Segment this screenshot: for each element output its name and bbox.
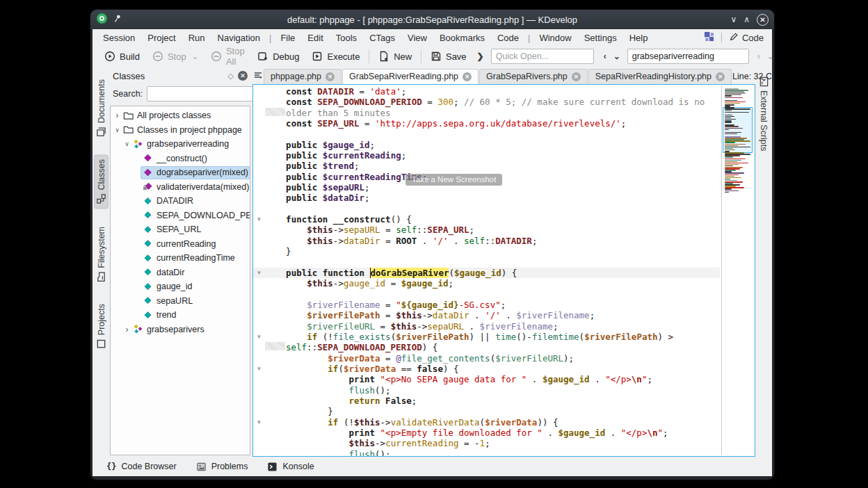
sidebar-tab-documents[interactable]: Documents bbox=[95, 75, 108, 141]
menu-item-bookmarks[interactable]: Bookmarks bbox=[433, 31, 491, 44]
tab-close-icon[interactable]: ✕ bbox=[572, 72, 581, 81]
sidebar-tab-external-scripts[interactable]: External Scripts bbox=[757, 72, 771, 156]
search-prev-chevron[interactable]: ‹ bbox=[601, 51, 609, 61]
menu-item-project[interactable]: Project bbox=[141, 31, 182, 44]
editor-tab-phppage-php[interactable]: phppage.php✕ bbox=[264, 69, 341, 84]
menu-item-help[interactable]: Help bbox=[623, 31, 654, 44]
fold-arrow-icon[interactable]: ▼ bbox=[253, 417, 265, 428]
code-area-button[interactable]: Code bbox=[729, 32, 764, 44]
tree-expander-icon[interactable]: ∨ bbox=[113, 127, 122, 133]
tree-row[interactable]: __construct() bbox=[111, 152, 250, 166]
menu-item-window[interactable]: Window bbox=[533, 31, 577, 44]
editor-tab-separiverreadinghistory-php[interactable]: SepaRiverReadingHistory.php✕ bbox=[588, 69, 732, 84]
code-line[interactable]: return False; bbox=[253, 396, 720, 406]
code-line[interactable]: $this->dataDir = ROOT . '/' . self::DATA… bbox=[253, 236, 720, 246]
quick-open-input[interactable] bbox=[491, 49, 594, 64]
fold-arrow-icon[interactable]: ▼ bbox=[253, 332, 265, 342]
document-list-icon[interactable] bbox=[252, 70, 264, 84]
code-line[interactable]: self::SEPA_DOWNLOAD_PERIOD) { bbox=[253, 342, 720, 352]
tree-row[interactable]: SEPA_URL bbox=[111, 222, 250, 237]
code-line[interactable]: print "<p>Empty file downloaded for " . … bbox=[253, 428, 720, 438]
code-line[interactable]: ▼ function __construct() { bbox=[253, 214, 720, 225]
code-line[interactable]: } bbox=[253, 406, 720, 416]
tree-row[interactable]: dataDir bbox=[111, 266, 250, 280]
code-line[interactable]: ▼ if (!$this->validateRiverData($riverDa… bbox=[253, 417, 720, 428]
execute-button[interactable]: Execute bbox=[305, 49, 366, 64]
menu-item-edit[interactable]: Edit bbox=[301, 31, 329, 44]
code-line[interactable]: flush(); bbox=[253, 385, 720, 396]
code-line[interactable]: ▼ public function doGrabSepaRiver($gauge… bbox=[253, 268, 720, 278]
menu-item-settings[interactable]: Settings bbox=[578, 31, 623, 44]
editor-tab-grabsepariverreading-php[interactable]: GrabSepaRiverReading.php✕ bbox=[342, 69, 479, 84]
tree-row[interactable]: validateriverdata(mixed) bbox=[111, 180, 250, 195]
toolbar-overflow-chevron[interactable]: ❯ bbox=[474, 51, 487, 61]
pin-icon[interactable] bbox=[113, 13, 122, 26]
tab-close-icon[interactable]: ✕ bbox=[326, 72, 335, 81]
code-line[interactable]: ▼ if (!file_exists($riverFilePath) || ti… bbox=[253, 332, 720, 342]
code-line[interactable]: $riverFileURL = $this->sepaURL . $riverF… bbox=[253, 321, 720, 332]
code-line[interactable]: flush(); bbox=[253, 449, 720, 456]
code-line[interactable]: $this->currentReading = -1; bbox=[253, 438, 720, 448]
code-line[interactable]: public $gauge_id; bbox=[253, 140, 720, 150]
tab-close-icon[interactable]: ✕ bbox=[716, 72, 725, 81]
search-next-chevron[interactable]: › bbox=[755, 51, 763, 61]
code-line[interactable]: public $currentReading; bbox=[253, 150, 720, 161]
code-line[interactable]: public $trend; bbox=[253, 161, 720, 171]
debug-button[interactable]: Debug bbox=[251, 49, 305, 64]
sidebar-tab-classes[interactable]: Classes bbox=[95, 155, 108, 208]
tree-row[interactable]: ∨grabsepariverreading bbox=[111, 137, 250, 152]
code-line[interactable]: ▼ if($riverData == false) { bbox=[253, 364, 720, 374]
close-panel-icon[interactable]: ✕ bbox=[238, 71, 248, 81]
fold-arrow-icon[interactable]: ▼ bbox=[253, 268, 265, 278]
search-dropdown-chevron[interactable]: ⌄ bbox=[611, 51, 623, 61]
code-line[interactable]: $riverFilename = "${gauge_id}-SG.csv"; bbox=[253, 300, 720, 310]
menu-item-run[interactable]: Run bbox=[182, 31, 211, 44]
tree-row[interactable]: currentReading bbox=[111, 237, 250, 252]
code-line[interactable]: print "<p>No SEPA gauge data for " . $ga… bbox=[253, 374, 720, 384]
tree-row[interactable]: ›grabseparivers bbox=[111, 323, 250, 337]
tree-row[interactable]: DATADIR bbox=[111, 194, 250, 209]
close-button[interactable]: ✕ bbox=[757, 14, 769, 26]
fold-arrow-icon[interactable]: ▼ bbox=[253, 214, 265, 225]
sidebar-tab-filesystem[interactable]: Filesystem bbox=[95, 222, 108, 286]
code-line[interactable]: older than 5 minutes bbox=[253, 108, 720, 118]
bottom-tab-code-browser[interactable]: {}Code Browser bbox=[106, 462, 177, 471]
sidebar-tab-projects[interactable]: Projects bbox=[95, 300, 108, 353]
new-button[interactable]: New bbox=[372, 49, 418, 64]
minimize-button[interactable]: ∨ bbox=[730, 15, 737, 24]
code-line[interactable] bbox=[253, 129, 720, 139]
code-line[interactable]: $this->sepaURL = self::SEPA_URL; bbox=[253, 225, 720, 235]
menu-item-tools[interactable]: Tools bbox=[330, 31, 363, 44]
tree-row[interactable]: sepaURL bbox=[111, 294, 250, 309]
area-switcher-grid-icon[interactable] bbox=[704, 31, 714, 44]
minimap-scrollbar[interactable] bbox=[721, 86, 753, 455]
search-input[interactable] bbox=[627, 49, 749, 64]
menu-item-session[interactable]: Session bbox=[97, 31, 141, 44]
save-button[interactable]: Save bbox=[424, 49, 473, 64]
code-line[interactable]: } bbox=[253, 246, 720, 257]
titlebar[interactable]: default: phppage - [ phppage:GrabSepaRiv… bbox=[90, 10, 774, 29]
code-editor[interactable]: const DATADIR = 'data'; const SEPA_DOWNL… bbox=[252, 84, 755, 457]
code-line[interactable]: $riverFilePath = $this->dataDir . '/' . … bbox=[253, 310, 720, 320]
code-line[interactable]: const SEPA_URL = 'http://apps.sepa.org.u… bbox=[253, 118, 720, 129]
tree-expander-icon[interactable]: ∨ bbox=[122, 140, 131, 147]
menu-item-view[interactable]: View bbox=[401, 31, 433, 44]
tab-close-icon[interactable]: ✕ bbox=[463, 72, 472, 81]
code-line[interactable]: $this->gauge_id = $gauge_id; bbox=[253, 278, 720, 288]
code-line[interactable] bbox=[253, 289, 720, 300]
menu-item-file[interactable]: File bbox=[274, 31, 301, 44]
code-line[interactable] bbox=[253, 257, 720, 268]
code-line[interactable]: const DATADIR = 'data'; bbox=[253, 86, 720, 97]
tree-row[interactable]: currentReadingTime bbox=[111, 251, 250, 266]
tree-row[interactable]: gauge_id bbox=[111, 279, 250, 294]
build-button[interactable]: Build bbox=[98, 49, 146, 64]
code-line[interactable] bbox=[253, 204, 720, 214]
tree-expander-icon[interactable]: › bbox=[113, 111, 122, 120]
stop-dropdown-chevron[interactable]: ⌄ bbox=[192, 52, 198, 61]
fold-arrow-icon[interactable]: ▼ bbox=[253, 364, 265, 374]
tree-row[interactable]: SEPA_DOWNLOAD_PERIOD bbox=[111, 209, 250, 223]
code-line[interactable]: $riverData = @file_get_contents($riverFi… bbox=[253, 353, 720, 364]
menu-item-ctags[interactable]: CTags bbox=[363, 31, 401, 44]
tree-row[interactable]: ∨Classes in project phppage bbox=[111, 123, 250, 138]
bottom-tab-problems[interactable]: Problems bbox=[196, 462, 248, 472]
